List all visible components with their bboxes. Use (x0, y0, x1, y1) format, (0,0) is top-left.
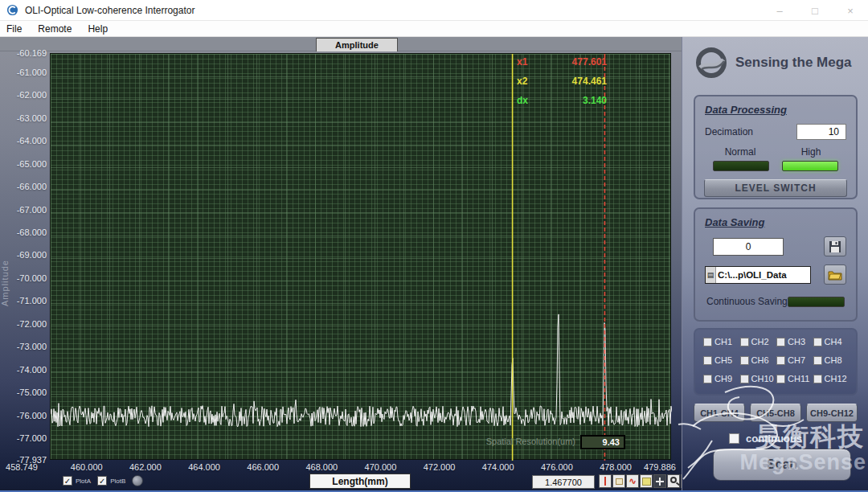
normal-label: Normal (705, 146, 776, 158)
plot-legend-label: PlotB (110, 478, 125, 485)
channel-checkbox-ch8[interactable] (813, 356, 822, 365)
scan-button[interactable]: Scan (713, 449, 851, 481)
x-axis-label-box: Length(mm) (309, 474, 411, 489)
y-tick-label: -64.000 (2, 136, 47, 146)
menu-item-file[interactable]: File (0, 23, 30, 35)
close-button[interactable]: × (833, 0, 868, 21)
channel-checkbox-ch10[interactable] (740, 375, 749, 383)
y-tick-label: -70.000 (2, 273, 47, 283)
save-path-input[interactable]: ▤ C:\...p\OLI_Data (705, 266, 811, 284)
channel-group-button-ch9-ch12[interactable]: CH9-CH12 (806, 404, 858, 422)
y-tick-label: -66.000 (2, 182, 47, 191)
x-tick-label: 474.000 (478, 462, 518, 472)
spatial-resolution-value: 9.43 (580, 435, 625, 449)
decimation-input[interactable]: 10 (796, 124, 846, 140)
channel-cell-ch2: CH2 (740, 337, 777, 346)
cursor-value: 474.461 (572, 76, 607, 87)
app-window: OLI-Optical Low-coherence Interrogator –… (0, 0, 868, 492)
data-saving-heading: Data Saving (705, 216, 856, 228)
maximize-button[interactable]: □ (797, 0, 833, 21)
high-led-indicator (782, 161, 838, 171)
channel-checkbox-ch7[interactable] (776, 356, 785, 365)
channel-group-button-ch5-ch8[interactable]: CH5-CH8 (750, 404, 801, 422)
channel-cell-ch3: CH3 (776, 337, 813, 346)
save-button[interactable] (824, 236, 846, 256)
channel-label: CH9 (714, 374, 732, 383)
y-tick-label: -77.000 (2, 433, 47, 443)
high-label: High (776, 146, 846, 158)
x-tick-label: 470.000 (360, 462, 400, 472)
signal-trace (51, 54, 672, 461)
y-tick-label: -75.000 (2, 387, 47, 397)
path-browse-glyph-icon: ▤ (706, 267, 716, 283)
window-controls: – □ × (762, 0, 868, 21)
y-tick-label: -62.000 (2, 90, 47, 100)
channel-label: CH2 (751, 337, 769, 346)
y-tick-label: -65.000 (2, 159, 47, 169)
channel-checkbox-ch6[interactable] (740, 356, 749, 365)
x-tick-label: 478.000 (596, 462, 636, 472)
level-switch-button[interactable]: LEVEL SWITCH (704, 179, 847, 197)
channel-label: CH3 (788, 337, 805, 346)
x-tick-label: 460.000 (67, 462, 107, 472)
channel-checkbox-ch4[interactable] (813, 338, 822, 346)
tab-strip: Amplitude (0, 37, 682, 51)
menu-item-remote[interactable]: Remote (30, 23, 80, 35)
data-processing-heading: Data Processing (705, 104, 856, 116)
crosshair-tool-icon[interactable] (653, 474, 666, 488)
cursor-readout-row: dx3.140 (517, 95, 607, 114)
channel-checkbox-ch1[interactable] (703, 338, 712, 346)
cursor-name: dx (517, 95, 539, 106)
channel-checkbox-ch9[interactable] (703, 375, 712, 383)
channel-checkbox-ch2[interactable] (740, 338, 749, 346)
normal-led-indicator (713, 161, 769, 171)
cursor-tool-icon[interactable] (599, 474, 612, 488)
y-tick-label: -76.000 (2, 411, 47, 420)
x-tick-label: 466.000 (243, 462, 283, 472)
y-tick-label: -72.000 (2, 319, 47, 329)
x-tick-label: 464.000 (184, 462, 224, 472)
channel-group-buttons: CH1-CH4CH5-CH8CH9-CH12 (694, 404, 858, 422)
channel-grid: CH1CH2CH3CH4CH5CH6CH7CH8CH9CH10CH11CH12 (695, 330, 856, 383)
continuous-scan-control: continuous (729, 433, 802, 445)
channel-label: CH1 (714, 337, 732, 346)
select-rect-tool-icon[interactable] (612, 474, 625, 488)
minimize-button[interactable]: – (762, 0, 797, 21)
y-tick-label: -63.000 (2, 113, 47, 123)
plot-style-icon[interactable] (132, 475, 143, 486)
y-tick-label: -60.169 (2, 48, 47, 58)
channel-checkbox-ch12[interactable] (813, 375, 822, 383)
channel-checkbox-ch5[interactable] (703, 356, 712, 365)
channel-group-button-ch1-ch4[interactable]: CH1-CH4 (694, 404, 745, 422)
brand-logo-icon (695, 47, 727, 79)
channel-checkbox-ch3[interactable] (776, 338, 785, 346)
channel-checkbox-ch11[interactable] (776, 375, 785, 383)
cursor-value: 3.140 (583, 95, 607, 106)
chart-region: Amplitude Amplitude x1477.601x2474.461dx… (0, 37, 682, 492)
plot-visibility-checkbox[interactable]: ✓ (97, 476, 107, 486)
menu-item-help[interactable]: Help (80, 23, 116, 35)
save-icon (829, 240, 841, 253)
y-tick-label: -61.000 (2, 68, 47, 77)
continuous-saving-label: Continuous Saving (706, 296, 788, 307)
channel-label: CH10 (751, 374, 774, 383)
y-tick-label: -74.000 (2, 365, 47, 375)
x-tick-label: 462.000 (125, 462, 166, 472)
plot-area[interactable]: x1477.601x2474.461dx3.140 Spatial Resolu… (50, 53, 671, 460)
plot-visibility-checkbox[interactable]: ✓ (63, 476, 72, 486)
sidebar: Sensing the Mega Data Processing Decimat… (682, 37, 868, 492)
continuous-checkbox[interactable] (729, 433, 739, 444)
channel-panel: CH1CH2CH3CH4CH5CH6CH7CH8CH9CH10CH11CH12 (694, 328, 858, 396)
cursor-readout-row: x2474.461 (517, 76, 607, 95)
highlight-tool-icon[interactable] (640, 474, 653, 488)
save-count-input[interactable]: 0 (713, 238, 784, 256)
tab-amplitude[interactable]: Amplitude (316, 38, 398, 51)
y-tick-label: -71.000 (2, 296, 47, 305)
y-tick-label: -67.000 (2, 205, 47, 215)
channel-cell-ch7: CH7 (776, 355, 813, 365)
waveform-tool-icon[interactable]: ∿ (626, 474, 639, 488)
x-scale-value-box[interactable]: 1.467700 (532, 475, 595, 489)
brand: Sensing the Mega (695, 47, 852, 79)
zoom-tool-icon[interactable] (667, 474, 680, 488)
browse-folder-button[interactable] (824, 264, 846, 285)
